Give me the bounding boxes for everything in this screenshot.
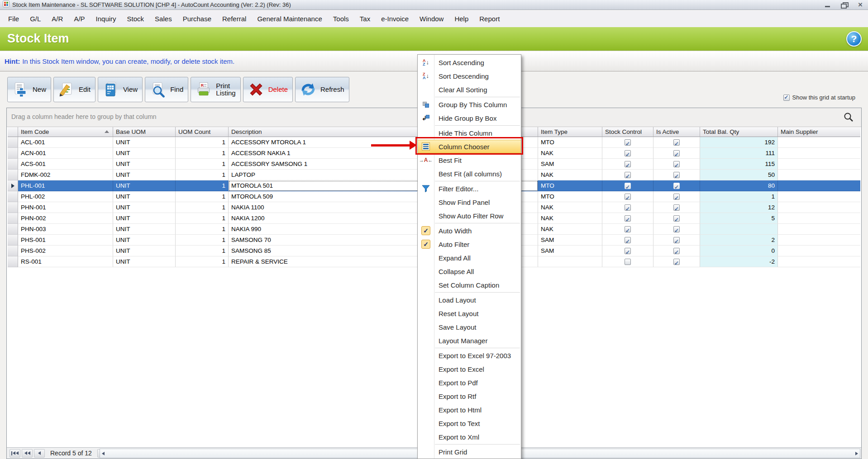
row-indicator-cell[interactable] <box>8 235 18 246</box>
context-menu-item-export-to-xml[interactable]: Export to Xml <box>418 430 521 444</box>
cell-is-active[interactable] <box>653 159 700 170</box>
minimize-icon[interactable] <box>825 2 831 8</box>
context-menu-item-export-to-pdf[interactable]: Export to Pdf <box>418 376 521 389</box>
is-active-checkbox[interactable] <box>673 215 680 222</box>
cell-total-bal-qty[interactable]: 1 <box>700 191 778 202</box>
is-active-checkbox[interactable] <box>673 194 680 200</box>
context-menu-item-auto-width[interactable]: ✓Auto Width <box>418 224 521 237</box>
cell-stock-control[interactable] <box>602 170 653 180</box>
cell-item-code[interactable]: PHN-001 <box>18 202 113 213</box>
stock-control-checkbox[interactable] <box>625 172 631 178</box>
cell-stock-control[interactable] <box>602 191 653 202</box>
context-menu-item-print-grid[interactable]: Print Grid <box>418 445 521 459</box>
cell-stock-control[interactable] <box>602 137 653 148</box>
cell-is-active[interactable] <box>653 246 700 256</box>
cell-item-code[interactable]: FDMK-002 <box>18 170 113 180</box>
menubar-item-e-invoice[interactable]: e-Invoice <box>376 13 414 25</box>
menubar-item-help[interactable]: Help <box>449 13 474 25</box>
cell-total-bal-qty[interactable]: 12 <box>700 202 778 213</box>
cell-item-code[interactable]: PHL-002 <box>18 191 113 202</box>
cell-total-bal-qty[interactable]: 5 <box>700 213 778 224</box>
row-indicator-cell[interactable] <box>8 170 18 180</box>
cell-stock-control[interactable] <box>602 202 653 213</box>
cell-item-code[interactable]: ACL-001 <box>18 137 113 148</box>
cell-item-type[interactable]: MTO <box>538 191 602 202</box>
cell-stock-control[interactable] <box>602 159 653 170</box>
column-header-is-active[interactable]: Is Active <box>653 127 700 137</box>
column-header-main-supplier[interactable]: Main Supplier <box>778 127 860 137</box>
scroll-left-icon[interactable] <box>102 452 105 455</box>
cell-item-type[interactable]: NAK <box>538 224 602 235</box>
row-indicator-cell[interactable] <box>8 246 18 256</box>
cell-main-supplier[interactable] <box>778 191 860 202</box>
cell-is-active[interactable] <box>653 137 700 148</box>
context-menu-item-auto-filter[interactable]: ✓Auto Filter <box>418 237 521 251</box>
cell-main-supplier[interactable] <box>778 213 860 224</box>
cell-stock-control[interactable] <box>602 148 653 159</box>
cell-base-uom[interactable]: UNIT <box>113 256 176 267</box>
cell-total-bal-qty[interactable]: 192 <box>700 137 778 148</box>
menubar-item-stock[interactable]: Stock <box>122 13 150 25</box>
context-menu-item-clear-all-sorting[interactable]: Clear All Sorting <box>418 83 521 96</box>
menubar-item-a-r[interactable]: A/R <box>46 13 68 25</box>
cell-item-code[interactable]: ACN-001 <box>18 148 113 159</box>
cell-base-uom[interactable]: UNIT <box>113 224 176 235</box>
cell-base-uom[interactable]: UNIT <box>113 235 176 246</box>
cell-main-supplier[interactable] <box>778 137 860 148</box>
context-menu-item-set-column-caption[interactable]: Set Column Caption <box>418 278 521 292</box>
stock-control-checkbox[interactable] <box>625 226 631 232</box>
cell-item-type[interactable]: NAK <box>538 202 602 213</box>
cell-item-type[interactable]: NAK <box>538 213 602 224</box>
stock-control-checkbox[interactable] <box>625 139 631 146</box>
context-menu-item-hide-group-by-box[interactable]: ↲Hide Group By Box <box>418 111 521 125</box>
cell-stock-control[interactable] <box>602 256 653 267</box>
cell-total-bal-qty[interactable]: 0 <box>700 246 778 256</box>
cell-total-bal-qty[interactable]: -2 <box>700 256 778 267</box>
row-indicator-cell[interactable] <box>8 180 18 191</box>
view-button[interactable]: View <box>98 77 143 102</box>
row-indicator-cell[interactable] <box>8 191 18 202</box>
delete-button[interactable]: Delete <box>243 77 293 102</box>
context-menu-item-group-by-this-column[interactable]: Group By This Column <box>418 98 521 111</box>
context-menu-item-expand-all[interactable]: Expand All <box>418 251 521 265</box>
stock-control-checkbox[interactable] <box>625 259 631 265</box>
menubar-item-referral[interactable]: Referral <box>217 13 252 25</box>
menubar-item-sales[interactable]: Sales <box>149 13 177 25</box>
refresh-button[interactable]: Refresh <box>295 77 349 102</box>
cell-item-code[interactable]: RS-001 <box>18 256 113 267</box>
cell-item-type[interactable]: NAK <box>538 148 602 159</box>
cell-uom-count[interactable]: 1 <box>176 213 229 224</box>
row-indicator-cell[interactable] <box>8 202 18 213</box>
cell-uom-count[interactable]: 1 <box>176 202 229 213</box>
cell-uom-count[interactable]: 1 <box>176 180 229 191</box>
cell-uom-count[interactable]: 1 <box>176 170 229 180</box>
cell-item-code[interactable]: PHN-003 <box>18 224 113 235</box>
cell-base-uom[interactable]: UNIT <box>113 202 176 213</box>
cell-is-active[interactable] <box>653 180 700 191</box>
cell-item-code[interactable]: PHS-001 <box>18 235 113 246</box>
is-active-checkbox[interactable] <box>673 248 680 254</box>
column-header-total-bal-qty[interactable]: Total Bal. Qty <box>700 127 778 137</box>
context-menu-item-sort-descending[interactable]: ZA↓Sort Descending <box>418 69 521 83</box>
context-menu-item-show-find-panel[interactable]: Show Find Panel <box>418 195 521 209</box>
cell-item-code[interactable]: PHS-002 <box>18 246 113 256</box>
menubar-item-purchase[interactable]: Purchase <box>177 13 217 25</box>
find-button[interactable]: Find <box>145 77 188 102</box>
row-indicator-cell[interactable] <box>8 137 18 148</box>
cell-total-bal-qty[interactable] <box>700 224 778 235</box>
stock-control-checkbox[interactable] <box>625 237 631 243</box>
context-menu-item-best-fit-all-columns[interactable]: Best Fit (all columns) <box>418 167 521 180</box>
cell-item-code[interactable]: PHL-001 <box>18 180 113 191</box>
cell-item-type[interactable] <box>538 256 602 267</box>
restore-icon[interactable] <box>841 2 847 8</box>
cell-main-supplier[interactable] <box>778 202 860 213</box>
cell-is-active[interactable] <box>653 148 700 159</box>
context-menu-item-reset-layout[interactable]: Reset Layout <box>418 307 521 320</box>
stock-control-checkbox[interactable] <box>625 215 631 222</box>
cell-uom-count[interactable]: 1 <box>176 246 229 256</box>
cell-main-supplier[interactable] <box>778 159 860 170</box>
cell-base-uom[interactable]: UNIT <box>113 180 176 191</box>
is-active-checkbox[interactable] <box>673 259 680 265</box>
stock-control-checkbox[interactable] <box>625 183 631 189</box>
edit-button[interactable]: Edit <box>53 77 95 102</box>
